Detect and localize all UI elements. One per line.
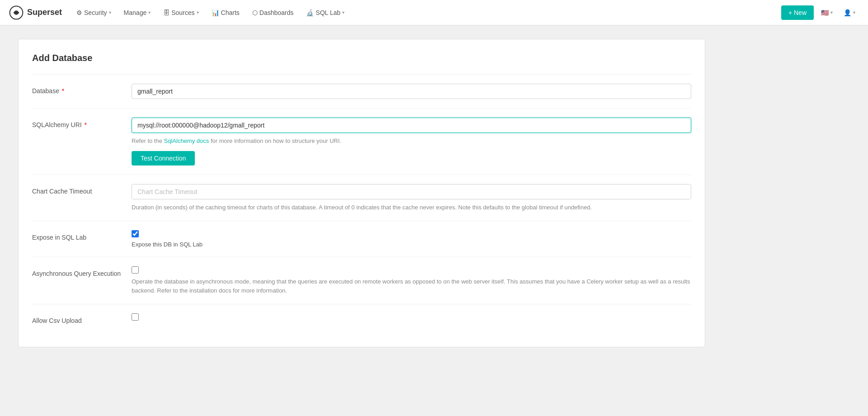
allow-csv-checkbox[interactable] xyxy=(132,313,139,321)
async-query-row: Asynchronous Query Execution Operate the… xyxy=(32,257,691,304)
allow-csv-input-col xyxy=(132,313,691,321)
sqlalchemy-docs-link[interactable]: SqlAlchemy docs xyxy=(164,137,209,144)
required-star-uri: * xyxy=(85,121,87,128)
allow-csv-checkbox-wrap xyxy=(132,313,691,321)
nav-charts-label: Charts xyxy=(221,9,240,16)
nav-sqllab-label: SQL Lab xyxy=(316,9,340,16)
security-icon: ⚙ xyxy=(76,9,82,16)
required-star-db: * xyxy=(62,87,64,95)
nav-sources[interactable]: 🗄 Sources ▾ xyxy=(158,5,204,20)
chart-cache-input[interactable] xyxy=(132,184,691,199)
brand-logo[interactable]: Superset xyxy=(9,5,62,20)
async-query-help: Operate the database in asynchronous mod… xyxy=(132,277,691,295)
database-label: Database * xyxy=(32,84,132,95)
expose-sql-label: Expose in SQL Lab xyxy=(32,230,132,241)
navbar: Superset ⚙ Security ▾ Manage ▾ 🗄 Sources… xyxy=(0,0,868,25)
allow-csv-label: Allow Csv Upload xyxy=(32,313,132,324)
chart-cache-help: Duration (in seconds) of the caching tim… xyxy=(132,203,691,212)
chevron-down-icon-5: ▾ xyxy=(830,10,833,15)
sqllab-icon: 🔬 xyxy=(306,9,314,16)
nav-sources-label: Sources xyxy=(171,9,194,16)
chevron-down-icon-3: ▾ xyxy=(197,10,199,15)
nav-manage[interactable]: Manage ▾ xyxy=(118,5,156,20)
nav-sqllab[interactable]: 🔬 SQL Lab ▾ xyxy=(301,5,350,20)
sqlalchemy-uri-label: SQLAlchemy URI * xyxy=(32,118,132,128)
sqlalchemy-uri-row: SQLAlchemy URI * Refer to the SqlAlchemy… xyxy=(32,108,691,175)
page-title: Add Database xyxy=(32,53,691,63)
async-query-input-col: Operate the database in asynchronous mod… xyxy=(132,266,691,295)
nav-security[interactable]: ⚙ Security ▾ xyxy=(71,5,117,20)
nav-dashboards-label: Dashboards xyxy=(259,9,294,16)
database-row: Database * xyxy=(32,74,691,108)
brand-name: Superset xyxy=(27,8,62,17)
sqlalchemy-help-text: Refer to the SqlAlchemy docs for more in… xyxy=(132,137,691,146)
charts-icon: 📊 xyxy=(212,9,219,16)
user-menu[interactable]: 👤 ▾ xyxy=(840,7,859,18)
nav-dashboards[interactable]: ⬡ Dashboards xyxy=(247,5,299,20)
chart-cache-input-col: Duration (in seconds) of the caching tim… xyxy=(132,184,691,212)
chevron-down-icon: ▾ xyxy=(109,10,111,15)
nav-charts[interactable]: 📊 Charts xyxy=(206,5,245,20)
expose-sql-input-col: Expose this DB in SQL Lab xyxy=(132,230,691,248)
async-query-checkbox[interactable] xyxy=(132,266,139,274)
async-query-label: Asynchronous Query Execution xyxy=(32,266,132,277)
sources-icon: 🗄 xyxy=(163,9,170,16)
sqlalchemy-uri-input[interactable] xyxy=(132,118,691,133)
sqlalchemy-uri-input-col: Refer to the SqlAlchemy docs for more in… xyxy=(132,118,691,165)
chevron-down-icon-6: ▾ xyxy=(853,10,855,15)
chart-cache-label: Chart Cache Timeout xyxy=(32,184,132,195)
flag-icon: 🇺🇸 xyxy=(821,9,829,16)
async-query-checkbox-wrap xyxy=(132,266,691,274)
test-connection-button[interactable]: Test Connection xyxy=(132,151,195,165)
language-selector[interactable]: 🇺🇸 ▾ xyxy=(817,7,836,18)
nav-security-label: Security xyxy=(84,9,107,16)
navbar-right: + New 🇺🇸 ▾ 👤 ▾ xyxy=(781,5,859,20)
database-input-col xyxy=(132,84,691,99)
main-content: Add Database Database * SQLAlchemy URI *… xyxy=(0,25,868,361)
chevron-down-icon-2: ▾ xyxy=(148,10,151,15)
form-container: Add Database Database * SQLAlchemy URI *… xyxy=(18,39,705,347)
expose-sql-checkbox[interactable] xyxy=(132,230,139,237)
expose-sql-row: Expose in SQL Lab Expose this DB in SQL … xyxy=(32,221,691,257)
chevron-down-icon-4: ▾ xyxy=(342,10,344,15)
allow-csv-row: Allow Csv Upload xyxy=(32,304,691,333)
user-icon: 👤 xyxy=(844,9,851,16)
chart-cache-row: Chart Cache Timeout Duration (in seconds… xyxy=(32,175,691,221)
expose-sql-help: Expose this DB in SQL Lab xyxy=(132,241,691,248)
nav-manage-label: Manage xyxy=(124,9,147,16)
new-button[interactable]: + New xyxy=(781,5,814,20)
dashboards-icon: ⬡ xyxy=(252,9,258,16)
database-input[interactable] xyxy=(132,84,691,99)
expose-sql-checkbox-wrap xyxy=(132,230,691,237)
